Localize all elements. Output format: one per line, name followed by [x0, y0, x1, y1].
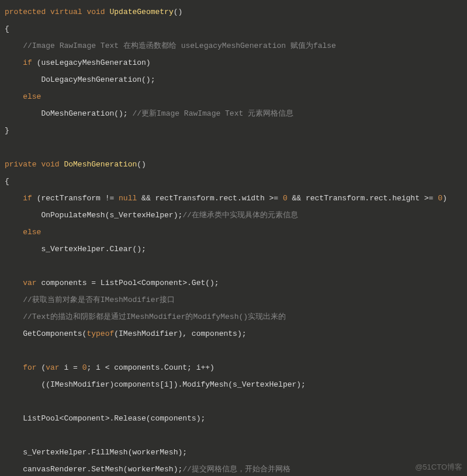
code-token: //获取当前对象是否有IMeshModifier接口: [23, 296, 175, 304]
code-token: void: [87, 8, 105, 16]
code-block: protected virtual void UpdateGeometry() …: [0, 0, 467, 476]
code-token: DoMeshGeneration: [64, 160, 137, 169]
code-token: s_VertexHelper.FillMesh(workerMesh);: [5, 448, 187, 457]
code-token: [5, 41, 23, 50]
code-token: }: [5, 126, 9, 135]
code-token: (): [137, 160, 146, 169]
code-token: ((IMeshModifier)components[i]).ModifyMes…: [5, 380, 306, 389]
code-token: components = ListPool<Component>.Get();: [37, 279, 219, 287]
code-token: for: [23, 363, 36, 372]
code-token: [5, 92, 23, 101]
code-token: [5, 58, 23, 67]
code-token: virtual: [50, 8, 82, 16]
code-token: (useLegacyMeshGeneration): [32, 58, 151, 67]
code-token: protected: [5, 8, 46, 16]
code-token: (rectTransform !=: [32, 194, 119, 203]
code-token: else: [23, 228, 41, 237]
code-token: private: [5, 160, 37, 169]
code-token: (: [37, 363, 46, 372]
code-token: //提交网格信息，开始合并网格: [182, 465, 290, 474]
code-token: [5, 312, 23, 321]
code-token: [5, 296, 23, 304]
code-token: [5, 262, 9, 270]
code-token: GetComponents(: [5, 329, 87, 338]
code-token: void: [41, 160, 59, 169]
code-token: [46, 8, 50, 16]
code-token: [5, 279, 23, 287]
code-token: DoLegacyMeshGeneration();: [5, 75, 155, 84]
code-token: ): [442, 194, 447, 203]
code-token: [5, 143, 9, 152]
code-token: [5, 228, 23, 237]
code-token: var: [46, 363, 59, 372]
code-token: [5, 194, 23, 203]
code-token: var: [23, 279, 36, 287]
code-token: if: [23, 58, 32, 67]
code-token: [5, 346, 9, 355]
code-token: //更新Image RawImage Text 元素网格信息: [132, 109, 293, 118]
code-token: DoMeshGeneration();: [5, 109, 132, 118]
code-token: if: [23, 194, 32, 203]
code-token: typeof: [87, 329, 114, 338]
code-token: null: [119, 194, 137, 203]
code-token: ListPool<Component>.Release(components);: [5, 414, 205, 423]
code-token: UpdateGeometry: [109, 8, 173, 16]
code-token: 0: [283, 194, 288, 203]
code-token: //Text的描边和阴影都是通过IMeshModifier的ModifyMesh…: [23, 312, 286, 321]
code-token: s_VertexHelper.Clear();: [5, 245, 146, 253]
code-token: [5, 363, 23, 372]
code-token: ; i < components.Count; i++): [87, 363, 214, 372]
code-token: [5, 431, 9, 440]
code-token: && rectTransform.rect.width >=: [137, 194, 283, 203]
code-token: //在继承类中实现具体的元素信息: [182, 211, 298, 220]
code-token: {: [5, 177, 9, 186]
code-token: 0: [438, 194, 442, 203]
code-token: (IMeshModifier), components);: [114, 329, 246, 338]
code-token: (): [174, 8, 183, 16]
code-token: {: [5, 25, 9, 33]
code-token: OnPopulateMesh(s_VertexHelper);: [5, 211, 182, 220]
code-token: i =: [60, 363, 82, 372]
code-token: canvasRenderer.SetMesh(workerMesh);: [5, 465, 182, 474]
code-token: [5, 397, 9, 406]
code-token: //Image RawImage Text 在构造函数都给 useLegacyM…: [23, 41, 336, 50]
code-token: else: [23, 92, 41, 101]
code-token: && rectTransform.rect.height >=: [288, 194, 438, 203]
